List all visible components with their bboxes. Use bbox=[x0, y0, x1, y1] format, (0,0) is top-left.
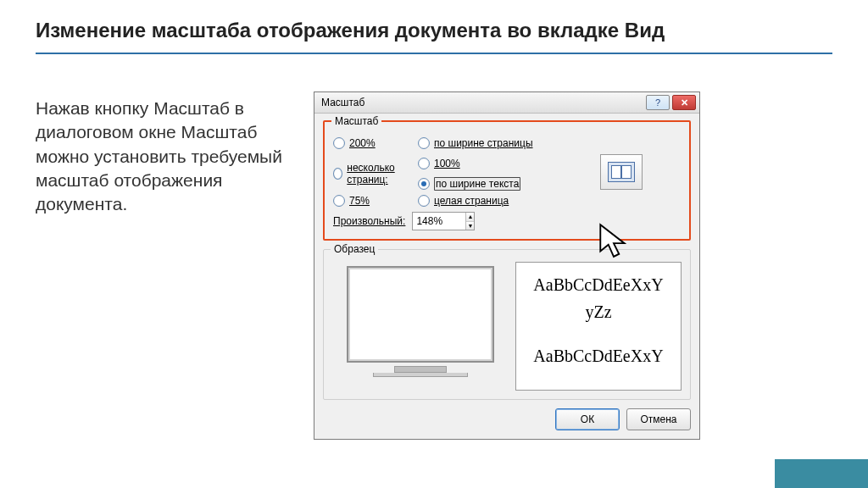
preview-group: Образец AaBbCcDdEeXxY yZz AaBbCcDdEeXxY bbox=[323, 249, 691, 400]
close-icon: ✕ bbox=[681, 98, 688, 108]
zoom-option-label: несколько страниц: bbox=[347, 162, 418, 186]
spinner-up-icon[interactable]: ▲ bbox=[466, 213, 474, 222]
radio-icon-checked bbox=[418, 178, 430, 190]
radio-icon bbox=[418, 158, 430, 169]
close-button[interactable]: ✕ bbox=[672, 95, 696, 110]
monitor-base-icon bbox=[373, 373, 468, 377]
help-icon: ? bbox=[655, 98, 660, 108]
zoom-option-label: по ширине текста bbox=[434, 177, 520, 191]
zoom-dialog: Масштаб ? ✕ Масштаб 200% по ширине стран… bbox=[314, 92, 700, 440]
zoom-option-100[interactable]: 100% bbox=[418, 158, 554, 169]
zoom-option-many-pages[interactable]: несколько страниц: bbox=[333, 162, 418, 186]
radio-icon bbox=[333, 195, 345, 207]
slide-title: Изменение масштаба отображения документа… bbox=[36, 19, 665, 42]
radio-icon bbox=[333, 137, 345, 149]
sample-text-line: AaBbCcDdEeXxY bbox=[533, 271, 663, 298]
zoom-option-text-width[interactable]: по ширине текста bbox=[418, 177, 554, 191]
radio-icon bbox=[418, 195, 430, 207]
preview-group-legend: Образец bbox=[331, 243, 378, 255]
sample-text-line: AaBbCcDdEeXxY bbox=[533, 342, 663, 369]
zoom-group: Масштаб 200% по ширине страницы нескольк… bbox=[323, 120, 691, 241]
dialog-titlebar[interactable]: Масштаб ? ✕ bbox=[314, 92, 699, 114]
monitor-screen-icon bbox=[347, 266, 494, 363]
zoom-option-label: 100% bbox=[434, 158, 460, 169]
sample-text-line: yZz bbox=[585, 298, 611, 325]
monitor-stand-icon bbox=[394, 366, 447, 373]
zoom-option-whole-page[interactable]: целая страница bbox=[418, 195, 554, 207]
cancel-button-label: Отмена bbox=[640, 413, 676, 425]
zoom-option-label: целая страница bbox=[434, 195, 509, 207]
ok-button[interactable]: ОК bbox=[555, 408, 620, 430]
custom-zoom-spinner[interactable]: ▲ ▼ bbox=[412, 212, 475, 230]
zoom-option-200[interactable]: 200% bbox=[333, 137, 418, 149]
slide-body-text: Нажав кнопку Масштаб в диалоговом окне М… bbox=[36, 97, 290, 217]
zoom-option-75[interactable]: 75% bbox=[333, 195, 418, 207]
decorative-block bbox=[775, 459, 868, 488]
zoom-option-label: по ширине страницы bbox=[434, 137, 533, 149]
title-underline bbox=[36, 53, 832, 54]
preview-sample: AaBbCcDdEeXxY yZz AaBbCcDdEeXxY bbox=[515, 262, 682, 391]
help-button[interactable]: ? bbox=[646, 95, 670, 110]
many-pages-icon bbox=[608, 162, 635, 182]
zoom-group-legend: Масштаб bbox=[331, 115, 381, 127]
ok-button-label: ОК bbox=[581, 413, 594, 425]
radio-icon bbox=[418, 137, 430, 149]
spinner-down-icon[interactable]: ▼ bbox=[466, 222, 474, 230]
dialog-title: Масштаб bbox=[321, 97, 364, 108]
zoom-option-label: 200% bbox=[349, 137, 376, 149]
radio-icon bbox=[333, 168, 342, 180]
preview-monitor bbox=[332, 262, 509, 380]
many-pages-picker[interactable] bbox=[600, 154, 643, 190]
cancel-button[interactable]: Отмена bbox=[626, 408, 691, 430]
custom-zoom-input[interactable] bbox=[413, 213, 465, 230]
zoom-option-page-width[interactable]: по ширине страницы bbox=[418, 137, 554, 149]
zoom-option-label: 75% bbox=[349, 195, 370, 207]
custom-zoom-label: Произвольный: bbox=[333, 215, 405, 227]
